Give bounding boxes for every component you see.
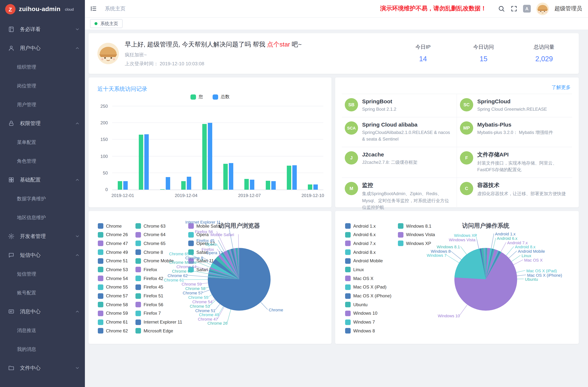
- bar-您: [223, 164, 228, 190]
- pies-row: 访问用户浏览器ChromeChrome 26Chrome 47Chrome 49…: [89, 211, 579, 344]
- legend-item[interactable]: Mac OS X (iPhone): [345, 293, 391, 299]
- sidebar-subitem[interactable]: 用户管理: [0, 95, 85, 114]
- legend-item[interactable]: Android 8.x: [345, 249, 391, 255]
- legend-item[interactable]: Windows 7: [345, 319, 391, 325]
- legend-item[interactable]: Chrome 51: [98, 258, 128, 264]
- pie-callout-label: Windows XP: [454, 233, 477, 238]
- tab-home[interactable]: 系统主页: [90, 19, 123, 28]
- legend-label: Windows XP: [406, 241, 431, 246]
- tech-cell: C容器技术虚拟化容器技术，让迁移、部署更加方便快捷: [457, 178, 572, 215]
- sidebar-item-7[interactable]: 文件中心: [0, 359, 85, 377]
- sidebar-item-label: 短信中心: [20, 252, 75, 258]
- legend-item[interactable]: Chrome 55: [98, 285, 128, 290]
- legend-item[interactable]: Chrome 49: [98, 249, 128, 255]
- sidebar-item-2[interactable]: 权限管理: [0, 114, 85, 133]
- sidebar-item-5[interactable]: 短信中心: [0, 246, 85, 265]
- legend-label: Android 8.x: [353, 250, 376, 255]
- collapse-sidebar-icon[interactable]: [90, 5, 97, 12]
- legend-swatch: [345, 276, 351, 281]
- pie-callout-label: Android Mobile: [518, 249, 545, 253]
- legend-item[interactable]: Firefox 7: [135, 311, 182, 316]
- bar-您: [118, 181, 122, 190]
- legend-swatch: [98, 293, 103, 299]
- tech-title: 容器技术: [477, 182, 566, 189]
- tech-desc: J2cache2.7.8: 二级缓存框架: [362, 159, 418, 166]
- user-avatar[interactable]: [536, 2, 549, 15]
- legend-swatch: [98, 319, 103, 325]
- x-axis-label: 2019-12-10: [301, 193, 324, 198]
- sidebar-subitem[interactable]: 我的消息: [0, 340, 85, 359]
- greeting-prefix: 早上好, 超级管理员, 今天帮别人解决问题了吗 帮我: [125, 41, 267, 48]
- legend-item[interactable]: Windows Vista: [398, 232, 435, 237]
- sidebar-item-3[interactable]: 基础配置: [0, 170, 85, 189]
- chevron-down-icon: [75, 121, 80, 126]
- logo-icon: Z: [5, 4, 16, 14]
- sidebar-subitem[interactable]: 短信管理: [0, 265, 85, 283]
- legend-swatch: [135, 258, 141, 264]
- legend-swatch: [398, 241, 403, 246]
- legend-item[interactable]: Chrome 57: [98, 293, 128, 299]
- search-icon[interactable]: [498, 5, 505, 12]
- pie-legend-column: ChromeChrome 26Chrome 47Chrome 49Chrome …: [98, 223, 128, 337]
- chevron-down-icon: [75, 27, 80, 32]
- legend-item[interactable]: Chrome: [98, 223, 128, 229]
- legend-item[interactable]: Chrome 26: [98, 232, 128, 237]
- legend-item[interactable]: 总数: [213, 94, 230, 100]
- legend-item[interactable]: Firefox 51: [135, 293, 182, 299]
- legend-item[interactable]: Chrome 58: [98, 302, 128, 307]
- legend-item[interactable]: Windows XP: [398, 241, 435, 246]
- bar-chart-title[interactable]: 近十天系统访问记录: [97, 86, 147, 93]
- bar-group: 2019-12-01: [112, 106, 133, 190]
- legend-label: Mac OS X (iPad): [353, 285, 386, 290]
- sidebar-item-0[interactable]: 务必详看: [0, 20, 85, 39]
- legend-item[interactable]: Chrome 63: [135, 223, 182, 229]
- legend-item[interactable]: Chrome 61: [98, 319, 128, 325]
- star-link[interactable]: 点个star: [267, 41, 290, 48]
- sidebar-subitem[interactable]: 岗位管理: [0, 76, 85, 95]
- sidebar-subitem[interactable]: 账号配置: [0, 283, 85, 302]
- legend-item[interactable]: Chrome 62: [98, 328, 128, 334]
- sidebar-item-label: 务必详看: [20, 26, 75, 33]
- sidebar-subitem[interactable]: 组织管理: [0, 58, 85, 76]
- chevron-down-icon: [75, 178, 80, 182]
- legend-item[interactable]: Mac OS X: [345, 276, 391, 281]
- font-size-icon[interactable]: A: [523, 5, 531, 13]
- legend-item[interactable]: Windows 10: [345, 311, 391, 316]
- username[interactable]: 超级管理员: [554, 5, 582, 12]
- app-logo[interactable]: Z zuihou-admin cloud: [0, 0, 85, 19]
- sidebar-subitem[interactable]: 角色管理: [0, 152, 85, 170]
- legend-item[interactable]: Chrome 53: [98, 267, 128, 272]
- legend-item[interactable]: Chrome 65: [135, 241, 182, 246]
- learn-more-link[interactable]: 了解更多: [551, 84, 571, 91]
- legend-item[interactable]: Android 6.x: [345, 232, 391, 237]
- sidebar-subitem[interactable]: 地区信息维护: [0, 208, 85, 227]
- sidebar-item-1[interactable]: 用户中心: [0, 39, 85, 58]
- breadcrumb[interactable]: 系统主页: [105, 5, 126, 12]
- legend-item[interactable]: Windows 8: [345, 328, 391, 334]
- fullscreen-icon[interactable]: [510, 5, 518, 12]
- sidebar-item-4[interactable]: 开发者管理: [0, 227, 85, 246]
- legend-item[interactable]: Chrome 59: [98, 311, 128, 316]
- legend-swatch: [345, 223, 351, 229]
- legend-item[interactable]: Internet Explorer 11: [135, 319, 182, 325]
- stats-row: 今日IP14今日访问15总访问量2,029: [411, 44, 556, 63]
- legend-item[interactable]: Ubuntu: [345, 302, 391, 307]
- legend-item[interactable]: Android 1.x: [345, 223, 391, 229]
- legend-item[interactable]: 您: [190, 94, 203, 100]
- legend-item[interactable]: Mac OS X (iPad): [345, 285, 391, 290]
- sidebar-subitem[interactable]: 消息推送: [0, 321, 85, 340]
- legend-item[interactable]: Chrome 64: [135, 232, 182, 237]
- sidebar-subitem[interactable]: 菜单配置: [0, 133, 85, 152]
- legend-item[interactable]: Microsoft Edge: [135, 328, 182, 334]
- legend-item[interactable]: Android Mobile: [345, 258, 391, 264]
- legend-item[interactable]: Windows 8.1: [398, 223, 435, 229]
- legend-item[interactable]: Linux: [345, 267, 391, 272]
- sidebar-item-6[interactable]: 消息中心: [0, 302, 85, 321]
- legend-item[interactable]: Firefox 56: [135, 302, 182, 307]
- legend-item[interactable]: Firefox 45: [135, 285, 182, 290]
- sidebar-subitem[interactable]: 数据字典维护: [0, 189, 85, 208]
- legend-item[interactable]: Chrome 54: [98, 276, 128, 281]
- tech-badge-icon: M: [345, 182, 358, 195]
- legend-item[interactable]: Android 7.x: [345, 241, 391, 246]
- legend-item[interactable]: Chrome 47: [98, 241, 128, 246]
